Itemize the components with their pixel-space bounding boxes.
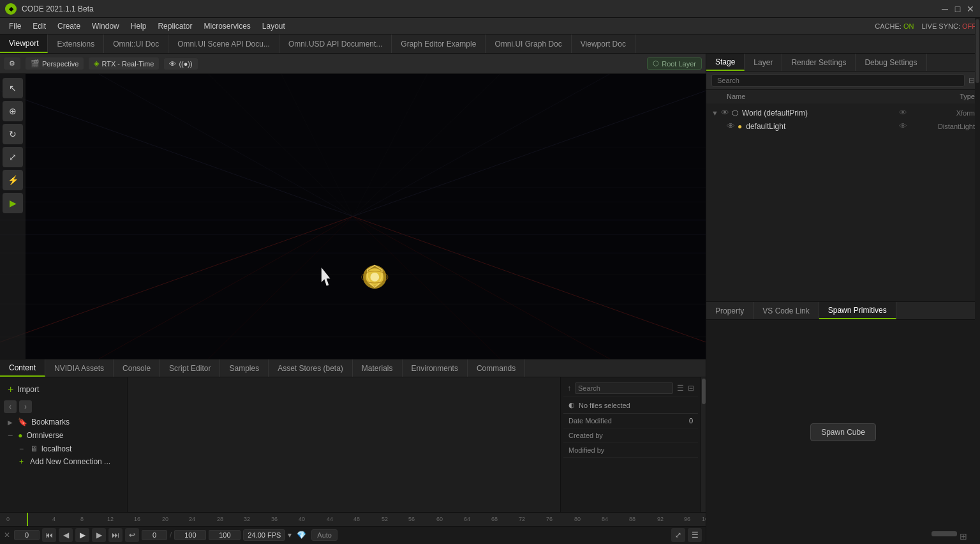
settings-button[interactable]: ⚙	[4, 57, 20, 70]
fps-display[interactable]: 24.00 FPS	[243, 529, 285, 541]
back-button[interactable]: ‹	[4, 400, 17, 413]
ruler-mark-start: 0	[6, 516, 10, 522]
filter-icon[interactable]: ⊟	[688, 384, 694, 393]
tab-commands[interactable]: Commands	[468, 359, 525, 377]
omniverse-label: Omniverse	[26, 431, 63, 440]
content-search-input[interactable]	[575, 382, 673, 394]
tab-viewport-doc[interactable]: Viewport Doc	[572, 34, 635, 53]
ruler-mark-28: 28	[217, 516, 223, 522]
timeline-current-input[interactable]	[142, 530, 167, 540]
camera-label: Perspective	[42, 60, 78, 68]
tab-debug-settings[interactable]: Debug Settings	[856, 54, 926, 71]
tab-content[interactable]: Content	[0, 359, 45, 377]
timeline-end2-input[interactable]	[209, 530, 241, 540]
tab-console[interactable]: Console	[114, 359, 160, 377]
rotate-tool[interactable]: ↻	[3, 124, 23, 144]
tab-samples[interactable]: Samples	[220, 359, 269, 377]
add-icon: +	[19, 457, 24, 466]
fps-dropdown-icon[interactable]: ▾	[288, 531, 292, 540]
sidebar-localhost[interactable]: − 🖥 localhost	[4, 442, 123, 455]
content-scrollbar[interactable]	[701, 377, 706, 512]
menu-file[interactable]: File	[4, 20, 26, 32]
select-tool[interactable]: ↖	[3, 78, 23, 98]
menu-replicator[interactable]: Replicator	[152, 20, 197, 32]
stage-item-light[interactable]: 👁 ● defaultLight 👁 DistantLight	[706, 119, 980, 133]
timeline-end-input[interactable]	[174, 530, 206, 540]
renderer-button[interactable]: ◈ RTX - Real-Time	[89, 57, 159, 70]
skip-start-button[interactable]: ⏮	[42, 528, 56, 542]
sidebar-omniverse[interactable]: − ● Omniverse	[4, 428, 123, 442]
transform-tool[interactable]: ⊕	[3, 101, 23, 121]
stage-search-input[interactable]	[711, 74, 965, 87]
snap-tool[interactable]: ⚡	[3, 170, 23, 190]
play-pause-button[interactable]: ▶	[75, 528, 89, 542]
minimize-button[interactable]: ─	[940, 4, 949, 13]
step-back-button[interactable]: ◀	[59, 528, 73, 542]
timeline-menu-button[interactable]: ☰	[688, 528, 702, 542]
modified-by-label: Modified by	[568, 446, 604, 454]
viewport-canvas[interactable]: Y Z X ↖ ⊕ ↻ ⤢ ⚡ ▶	[0, 74, 706, 359]
host-icon: 🖥	[30, 444, 38, 453]
light-visibility-icon[interactable]: 👁	[727, 121, 735, 131]
spawn-cube-button[interactable]: Spawn Cube	[810, 423, 876, 441]
tab-graph-editor[interactable]: Graph Editor Example	[392, 34, 486, 53]
menu-help[interactable]: Help	[126, 20, 152, 32]
streaming-button[interactable]: 👁 ((●))	[164, 58, 197, 70]
tab-spawn-primitives[interactable]: Spawn Primitives	[819, 302, 896, 319]
auto-key-display[interactable]: Auto	[311, 529, 338, 541]
import-button[interactable]: + Import	[4, 381, 123, 398]
tab-graph-doc[interactable]: Omni.UI Graph Doc	[486, 34, 571, 53]
menu-edit[interactable]: Edit	[27, 20, 51, 32]
maximize-button[interactable]: □	[953, 4, 962, 13]
content-main	[128, 377, 560, 512]
keyframe-icon[interactable]: 💎	[297, 531, 306, 540]
tab-scene-api[interactable]: Omni.UI Scene API Docu...	[168, 34, 279, 53]
timeline-ruler: 0 4 8 12 16 20 24 28 32 36 40 44 48 52 5…	[0, 513, 706, 527]
skip-end-button[interactable]: ⏭	[108, 528, 122, 542]
tab-script-editor[interactable]: Script Editor	[160, 359, 220, 377]
timeline-close-icon[interactable]: ✕	[4, 531, 10, 540]
tab-stage[interactable]: Stage	[706, 54, 745, 71]
sidebar-bookmarks[interactable]: ▶ 🔖 Bookmarks	[4, 416, 123, 428]
world-visibility2-icon[interactable]: 👁	[899, 108, 907, 117]
menu-microservices[interactable]: Microservices	[198, 20, 255, 32]
ruler-mark-60: 60	[436, 516, 443, 522]
spawn-primitives-content: Spawn Cube	[706, 320, 980, 544]
tab-materials[interactable]: Materials	[353, 359, 403, 377]
add-connection-button[interactable]: + Add New Connection ...	[4, 455, 123, 468]
ruler-mark-20: 20	[162, 516, 168, 522]
menu-layout[interactable]: Layout	[257, 20, 290, 32]
timeline-fullscreen-button[interactable]: ⤢	[671, 528, 685, 542]
tab-asset-stores[interactable]: Asset Stores (beta)	[269, 359, 353, 377]
tab-layer[interactable]: Layer	[745, 54, 782, 71]
timeline-controls: ✕ ⏮ ◀ ▶ ▶ ⏭ ↩ / 24.00 FPS ▾ 💎 Auto ⤢	[0, 527, 706, 544]
menu-window[interactable]: Window	[87, 20, 124, 32]
tab-extensions[interactable]: Extensions	[48, 34, 104, 53]
tab-viewport[interactable]: Viewport	[0, 34, 48, 53]
timeline-playhead[interactable]	[27, 513, 28, 526]
stage-item-world[interactable]: ▼ 👁 ⬡ World (defaultPrim) 👁 Xform	[706, 106, 980, 119]
viewport-toolbar: ⚙ 🎬 Perspective ◈ RTX - Real-Time 👁 ((●)…	[0, 54, 706, 74]
ruler-mark-96: 96	[684, 516, 690, 522]
play-button[interactable]: ▶	[3, 193, 23, 213]
scale-tool[interactable]: ⤢	[3, 147, 23, 167]
tab-nvidia-assets[interactable]: NVIDIA Assets	[45, 359, 114, 377]
step-forward-button[interactable]: ▶	[92, 528, 106, 542]
tab-render-settings[interactable]: Render Settings	[782, 54, 856, 71]
light-visibility2-icon[interactable]: 👁	[899, 121, 907, 131]
timeline-start-input[interactable]	[14, 530, 40, 540]
tab-property[interactable]: Property	[706, 302, 754, 319]
loop-button[interactable]: ↩	[125, 528, 139, 542]
tab-usd-api[interactable]: Omni.USD API Document...	[279, 34, 392, 53]
root-layer-badge[interactable]: ⬡ Root Layer	[647, 57, 702, 70]
forward-button[interactable]: ›	[19, 400, 32, 413]
tab-omni-ui-doc[interactable]: Omni::UI Doc	[104, 34, 168, 53]
camera-button[interactable]: 🎬 Perspective	[26, 57, 84, 70]
stage-filter-icon[interactable]: ⊟	[969, 76, 975, 85]
close-button[interactable]: ✕	[966, 4, 975, 13]
tab-vs-code-link[interactable]: VS Code Link	[754, 302, 819, 319]
menu-create[interactable]: Create	[52, 20, 85, 32]
world-visibility-icon[interactable]: 👁	[721, 108, 729, 117]
tab-environments[interactable]: Environments	[403, 359, 468, 377]
menu-icon[interactable]: ☰	[677, 384, 684, 393]
